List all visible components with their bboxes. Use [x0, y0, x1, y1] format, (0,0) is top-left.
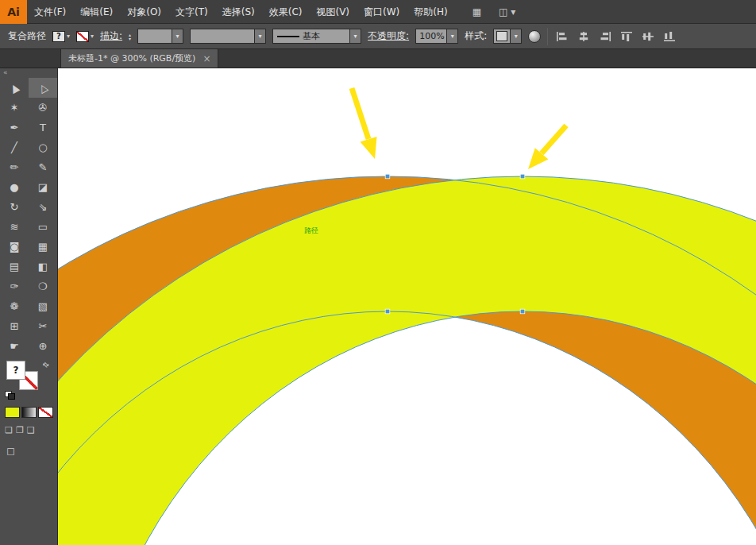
menu-item-window[interactable]: 窗口(W): [357, 0, 407, 24]
annotation-arrows: [352, 88, 566, 169]
opacity-link[interactable]: 不透明度:: [368, 29, 409, 43]
artboard-tool[interactable]: ⊞: [0, 316, 29, 336]
tab-bar: 未标题-1* @ 300% (RGB/预览) ×: [0, 49, 756, 68]
stroke-profile-preview: [277, 36, 299, 37]
dropdown-arrow-icon[interactable]: ▾: [446, 29, 457, 43]
perspective-grid-tool[interactable]: ▦: [29, 237, 57, 257]
eyedropper-tool[interactable]: ✑: [0, 276, 29, 296]
document-tab[interactable]: 未标题-1* @ 300% (RGB/预览) ×: [60, 49, 218, 68]
stroke-profile-combo[interactable]: 基本 ▾: [272, 29, 361, 44]
stroke-weight-combo[interactable]: ▾: [137, 29, 183, 44]
align-horizontal-right-icon[interactable]: [597, 30, 612, 43]
anchor-point[interactable]: [520, 309, 525, 314]
stroke-link[interactable]: 描边:: [100, 29, 122, 43]
stroke-none-swatch: [76, 31, 89, 42]
align-horizontal-left-icon[interactable]: [554, 30, 569, 43]
fill-color-indicator[interactable]: ?: [6, 361, 25, 380]
dropdown-arrow-icon[interactable]: ▾: [254, 29, 265, 43]
style-combo[interactable]: ▾: [493, 29, 522, 44]
zoom-tool[interactable]: ⊕: [29, 336, 57, 356]
pencil-tool[interactable]: ✎: [29, 157, 57, 177]
gradient-tool[interactable]: ◧: [29, 257, 57, 276]
brush-definition-combo[interactable]: ▾: [190, 29, 266, 44]
mesh-tool[interactable]: ▤: [0, 257, 29, 276]
tab-close-icon[interactable]: ×: [202, 53, 210, 64]
menu-bar-icons: ▦◫ ▾: [455, 6, 516, 17]
fill-stroke-widget: ? ⇄: [5, 361, 54, 399]
tool-panel: « ▲△✶✇✒T╱○✏✎●◪↻⇘≋▭◙▦▤◧✑❍❁▧⊞✂☛⊕ ? ⇄ ❏ ❐ ❑…: [0, 68, 58, 545]
bridge-icon[interactable]: ▦: [472, 6, 481, 17]
ellipse-tool[interactable]: ○: [29, 137, 57, 157]
stroke-weight-stepper[interactable]: ▴▾: [129, 33, 131, 41]
workspace-switcher-icon[interactable]: ◫ ▾: [499, 6, 515, 17]
paintbrush-tool[interactable]: ✏: [0, 157, 29, 177]
stroke-swatch-dropdown[interactable]: ▾: [76, 31, 94, 42]
line-segment-tool[interactable]: ╱: [0, 137, 29, 157]
swap-fill-stroke-icon[interactable]: ⇄: [41, 360, 51, 369]
menu-item-help[interactable]: 帮助(H): [407, 0, 454, 24]
blend-tool[interactable]: ❍: [29, 276, 57, 296]
pen-tool[interactable]: ✒: [0, 118, 29, 137]
dropdown-arrow-icon: ▾: [91, 33, 94, 40]
draw-behind-icon[interactable]: ❐: [16, 425, 24, 435]
opacity-combo[interactable]: 100% ▾: [415, 29, 458, 44]
menu-item-edit[interactable]: 编辑(E): [73, 0, 120, 24]
annotation-arrow: [352, 88, 377, 159]
separator: [547, 28, 548, 45]
tools-grid: ▲△✶✇✒T╱○✏✎●◪↻⇘≋▭◙▦▤◧✑❍❁▧⊞✂☛⊕: [0, 78, 57, 356]
magic-wand-tool[interactable]: ✶: [0, 98, 29, 118]
menu-item-view[interactable]: 视图(V): [309, 0, 357, 24]
menu-item-effect[interactable]: 效果(C): [262, 0, 310, 24]
eraser-tool[interactable]: ◪: [29, 177, 57, 197]
lasso-tool[interactable]: ✇: [29, 98, 57, 118]
menu-item-select[interactable]: 选择(S): [215, 0, 262, 24]
stepper-down-icon[interactable]: ▾: [129, 37, 131, 41]
align-horizontal-center-icon[interactable]: [576, 30, 591, 43]
rotate-tool[interactable]: ↻: [0, 197, 29, 217]
screen-mode-icon[interactable]: ◻: [6, 445, 15, 457]
default-fill-stroke-icon[interactable]: [5, 391, 15, 399]
dropdown-arrow-icon[interactable]: ▾: [172, 29, 183, 43]
align-vertical-center-icon[interactable]: [640, 30, 655, 43]
gradient-button[interactable]: [21, 407, 37, 418]
menu-item-object[interactable]: 对象(O): [120, 0, 168, 24]
stroke-profile-value: 基本: [299, 30, 349, 42]
type-tool[interactable]: T: [29, 118, 57, 137]
color-type-buttons: [5, 407, 57, 418]
none-button[interactable]: [38, 407, 53, 418]
column-graph-tool[interactable]: ▧: [29, 296, 57, 316]
menu-item-file[interactable]: 文件(F): [27, 0, 73, 24]
symbol-sprayer-tool[interactable]: ❁: [0, 296, 29, 316]
anchor-point[interactable]: [385, 309, 390, 314]
fill-swatch-dropdown[interactable]: ?▾: [52, 31, 70, 42]
style-label: 样式:: [465, 29, 487, 43]
menu-item-type[interactable]: 文字(T): [168, 0, 215, 24]
draw-inside-icon[interactable]: ❑: [27, 425, 35, 435]
artwork-canvas[interactable]: 路径: [58, 68, 756, 545]
align-vertical-bottom-icon[interactable]: [662, 30, 677, 43]
recolor-artwork-icon[interactable]: [528, 30, 541, 43]
color-button[interactable]: [5, 407, 20, 418]
width-tool[interactable]: ≋: [0, 217, 29, 237]
scale-tool[interactable]: ⇘: [29, 197, 57, 217]
align-vertical-top-icon[interactable]: [619, 30, 634, 43]
panel-collapse-icon[interactable]: «: [0, 68, 57, 78]
selection-tool[interactable]: ▲: [0, 78, 29, 98]
direct-selection-tool[interactable]: △: [29, 78, 57, 98]
opacity-value: 100%: [416, 31, 446, 41]
anchor-point[interactable]: [520, 174, 525, 179]
dropdown-arrow-icon[interactable]: ▾: [510, 29, 521, 43]
selection-type-label: 复合路径: [8, 29, 46, 43]
fill-swatch: ?: [52, 31, 65, 42]
anchor-point[interactable]: [385, 174, 390, 179]
dropdown-arrow-icon[interactable]: ▾: [349, 29, 361, 43]
slice-tool[interactable]: ✂: [29, 316, 57, 336]
draw-normal-icon[interactable]: ❏: [5, 425, 13, 435]
hand-tool[interactable]: ☛: [0, 336, 29, 356]
annotation-arrow: [528, 126, 566, 169]
free-transform-tool[interactable]: ▭: [29, 217, 57, 237]
draw-mode-buttons: ❏ ❐ ❑: [5, 425, 57, 435]
document-canvas[interactable]: 路径: [58, 68, 756, 545]
blob-brush-tool[interactable]: ●: [0, 177, 29, 197]
shape-builder-tool[interactable]: ◙: [0, 237, 29, 257]
